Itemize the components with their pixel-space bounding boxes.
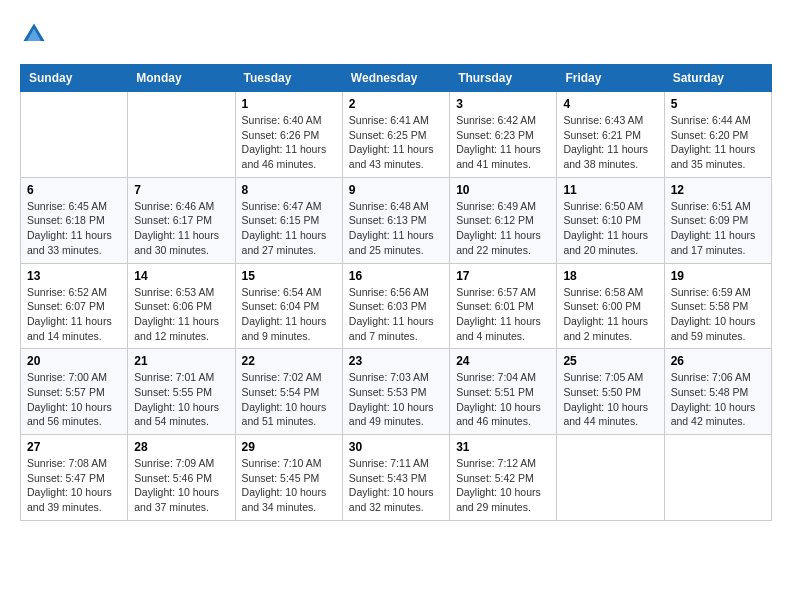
day-number: 28	[134, 440, 228, 454]
calendar-cell: 13Sunrise: 6:52 AMSunset: 6:07 PMDayligh…	[21, 263, 128, 349]
calendar-cell: 23Sunrise: 7:03 AMSunset: 5:53 PMDayligh…	[342, 349, 449, 435]
day-info: Sunrise: 6:49 AMSunset: 6:12 PMDaylight:…	[456, 199, 550, 258]
calendar-cell: 29Sunrise: 7:10 AMSunset: 5:45 PMDayligh…	[235, 435, 342, 521]
day-number: 15	[242, 269, 336, 283]
day-info: Sunrise: 6:59 AMSunset: 5:58 PMDaylight:…	[671, 285, 765, 344]
day-number: 24	[456, 354, 550, 368]
calendar-cell: 10Sunrise: 6:49 AMSunset: 6:12 PMDayligh…	[450, 177, 557, 263]
day-number: 23	[349, 354, 443, 368]
calendar-week-row: 20Sunrise: 7:00 AMSunset: 5:57 PMDayligh…	[21, 349, 772, 435]
calendar-cell: 9Sunrise: 6:48 AMSunset: 6:13 PMDaylight…	[342, 177, 449, 263]
calendar-cell: 19Sunrise: 6:59 AMSunset: 5:58 PMDayligh…	[664, 263, 771, 349]
day-info: Sunrise: 6:44 AMSunset: 6:20 PMDaylight:…	[671, 113, 765, 172]
day-number: 11	[563, 183, 657, 197]
day-number: 13	[27, 269, 121, 283]
day-info: Sunrise: 7:06 AMSunset: 5:48 PMDaylight:…	[671, 370, 765, 429]
calendar-cell	[21, 92, 128, 178]
day-info: Sunrise: 6:47 AMSunset: 6:15 PMDaylight:…	[242, 199, 336, 258]
day-info: Sunrise: 6:40 AMSunset: 6:26 PMDaylight:…	[242, 113, 336, 172]
calendar-cell: 15Sunrise: 6:54 AMSunset: 6:04 PMDayligh…	[235, 263, 342, 349]
calendar-cell: 7Sunrise: 6:46 AMSunset: 6:17 PMDaylight…	[128, 177, 235, 263]
day-info: Sunrise: 6:58 AMSunset: 6:00 PMDaylight:…	[563, 285, 657, 344]
calendar-cell: 21Sunrise: 7:01 AMSunset: 5:55 PMDayligh…	[128, 349, 235, 435]
calendar-cell: 20Sunrise: 7:00 AMSunset: 5:57 PMDayligh…	[21, 349, 128, 435]
calendar-cell: 27Sunrise: 7:08 AMSunset: 5:47 PMDayligh…	[21, 435, 128, 521]
calendar-cell: 6Sunrise: 6:45 AMSunset: 6:18 PMDaylight…	[21, 177, 128, 263]
day-info: Sunrise: 6:52 AMSunset: 6:07 PMDaylight:…	[27, 285, 121, 344]
day-info: Sunrise: 6:56 AMSunset: 6:03 PMDaylight:…	[349, 285, 443, 344]
day-number: 4	[563, 97, 657, 111]
calendar-cell: 22Sunrise: 7:02 AMSunset: 5:54 PMDayligh…	[235, 349, 342, 435]
calendar-table: SundayMondayTuesdayWednesdayThursdayFrid…	[20, 64, 772, 521]
calendar-week-row: 1Sunrise: 6:40 AMSunset: 6:26 PMDaylight…	[21, 92, 772, 178]
day-info: Sunrise: 7:03 AMSunset: 5:53 PMDaylight:…	[349, 370, 443, 429]
calendar-cell: 8Sunrise: 6:47 AMSunset: 6:15 PMDaylight…	[235, 177, 342, 263]
calendar-cell	[664, 435, 771, 521]
calendar-header-row: SundayMondayTuesdayWednesdayThursdayFrid…	[21, 65, 772, 92]
calendar-week-row: 6Sunrise: 6:45 AMSunset: 6:18 PMDaylight…	[21, 177, 772, 263]
weekday-header: Sunday	[21, 65, 128, 92]
calendar-cell	[557, 435, 664, 521]
day-number: 20	[27, 354, 121, 368]
day-info: Sunrise: 6:54 AMSunset: 6:04 PMDaylight:…	[242, 285, 336, 344]
calendar-cell: 2Sunrise: 6:41 AMSunset: 6:25 PMDaylight…	[342, 92, 449, 178]
day-number: 19	[671, 269, 765, 283]
day-number: 17	[456, 269, 550, 283]
day-number: 9	[349, 183, 443, 197]
day-info: Sunrise: 7:09 AMSunset: 5:46 PMDaylight:…	[134, 456, 228, 515]
day-info: Sunrise: 7:10 AMSunset: 5:45 PMDaylight:…	[242, 456, 336, 515]
day-info: Sunrise: 6:46 AMSunset: 6:17 PMDaylight:…	[134, 199, 228, 258]
day-info: Sunrise: 6:51 AMSunset: 6:09 PMDaylight:…	[671, 199, 765, 258]
day-number: 8	[242, 183, 336, 197]
calendar-week-row: 13Sunrise: 6:52 AMSunset: 6:07 PMDayligh…	[21, 263, 772, 349]
day-info: Sunrise: 6:45 AMSunset: 6:18 PMDaylight:…	[27, 199, 121, 258]
day-number: 30	[349, 440, 443, 454]
weekday-header: Tuesday	[235, 65, 342, 92]
calendar-cell: 14Sunrise: 6:53 AMSunset: 6:06 PMDayligh…	[128, 263, 235, 349]
day-info: Sunrise: 6:43 AMSunset: 6:21 PMDaylight:…	[563, 113, 657, 172]
day-number: 27	[27, 440, 121, 454]
day-number: 12	[671, 183, 765, 197]
weekday-header: Thursday	[450, 65, 557, 92]
weekday-header: Saturday	[664, 65, 771, 92]
day-number: 26	[671, 354, 765, 368]
calendar-cell: 3Sunrise: 6:42 AMSunset: 6:23 PMDaylight…	[450, 92, 557, 178]
calendar-cell: 11Sunrise: 6:50 AMSunset: 6:10 PMDayligh…	[557, 177, 664, 263]
weekday-header: Wednesday	[342, 65, 449, 92]
logo-icon	[20, 20, 48, 48]
day-info: Sunrise: 7:05 AMSunset: 5:50 PMDaylight:…	[563, 370, 657, 429]
page-header	[20, 20, 772, 48]
day-info: Sunrise: 6:48 AMSunset: 6:13 PMDaylight:…	[349, 199, 443, 258]
calendar-cell: 31Sunrise: 7:12 AMSunset: 5:42 PMDayligh…	[450, 435, 557, 521]
calendar-cell: 12Sunrise: 6:51 AMSunset: 6:09 PMDayligh…	[664, 177, 771, 263]
day-info: Sunrise: 7:00 AMSunset: 5:57 PMDaylight:…	[27, 370, 121, 429]
calendar-cell: 30Sunrise: 7:11 AMSunset: 5:43 PMDayligh…	[342, 435, 449, 521]
day-info: Sunrise: 6:41 AMSunset: 6:25 PMDaylight:…	[349, 113, 443, 172]
calendar-week-row: 27Sunrise: 7:08 AMSunset: 5:47 PMDayligh…	[21, 435, 772, 521]
day-number: 10	[456, 183, 550, 197]
day-number: 21	[134, 354, 228, 368]
day-number: 6	[27, 183, 121, 197]
calendar-cell: 16Sunrise: 6:56 AMSunset: 6:03 PMDayligh…	[342, 263, 449, 349]
day-number: 25	[563, 354, 657, 368]
day-info: Sunrise: 7:01 AMSunset: 5:55 PMDaylight:…	[134, 370, 228, 429]
day-info: Sunrise: 7:04 AMSunset: 5:51 PMDaylight:…	[456, 370, 550, 429]
day-number: 3	[456, 97, 550, 111]
day-number: 7	[134, 183, 228, 197]
calendar-cell: 28Sunrise: 7:09 AMSunset: 5:46 PMDayligh…	[128, 435, 235, 521]
day-number: 2	[349, 97, 443, 111]
day-info: Sunrise: 7:12 AMSunset: 5:42 PMDaylight:…	[456, 456, 550, 515]
calendar-cell: 17Sunrise: 6:57 AMSunset: 6:01 PMDayligh…	[450, 263, 557, 349]
day-number: 18	[563, 269, 657, 283]
day-info: Sunrise: 6:50 AMSunset: 6:10 PMDaylight:…	[563, 199, 657, 258]
day-number: 16	[349, 269, 443, 283]
day-number: 22	[242, 354, 336, 368]
day-info: Sunrise: 7:08 AMSunset: 5:47 PMDaylight:…	[27, 456, 121, 515]
weekday-header: Friday	[557, 65, 664, 92]
calendar-cell: 26Sunrise: 7:06 AMSunset: 5:48 PMDayligh…	[664, 349, 771, 435]
day-number: 14	[134, 269, 228, 283]
calendar-cell: 1Sunrise: 6:40 AMSunset: 6:26 PMDaylight…	[235, 92, 342, 178]
day-info: Sunrise: 6:57 AMSunset: 6:01 PMDaylight:…	[456, 285, 550, 344]
calendar-cell: 4Sunrise: 6:43 AMSunset: 6:21 PMDaylight…	[557, 92, 664, 178]
calendar-cell: 25Sunrise: 7:05 AMSunset: 5:50 PMDayligh…	[557, 349, 664, 435]
